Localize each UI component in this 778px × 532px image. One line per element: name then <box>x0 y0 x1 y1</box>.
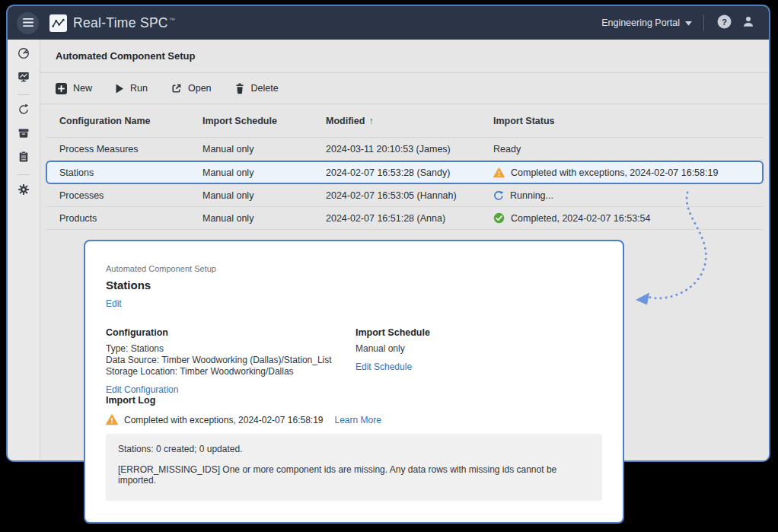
detail-title: Stations <box>106 279 602 291</box>
new-button[interactable]: New <box>56 83 92 94</box>
import-schedule-heading: Import Schedule <box>356 327 430 338</box>
chevron-down-icon <box>685 18 692 28</box>
topbar-divider <box>703 14 704 31</box>
archive-icon <box>17 126 30 143</box>
table-row-products[interactable]: Products Manual only 2024-02-07 16:51:28… <box>46 207 764 230</box>
cell-modified: 2024-02-07 16:53:28 (Sandy) <box>326 167 493 178</box>
cell-configuration-name: Products <box>59 213 202 224</box>
dashboard-icon <box>17 46 30 63</box>
sidebar-divider <box>18 94 30 95</box>
sidebar-item-archive[interactable] <box>16 127 31 142</box>
delete-button[interactable]: Delete <box>234 83 279 94</box>
edit-schedule-link[interactable]: Edit Schedule <box>356 362 412 372</box>
open-external-icon <box>171 83 182 94</box>
learn-more-link[interactable]: Learn More <box>335 415 381 425</box>
toolbar: New Run <box>40 73 769 104</box>
table-row-stations-selected[interactable]: Stations Manual only 2024-02-07 16:53:28… <box>46 161 764 184</box>
cell-import-schedule: Manual only <box>202 167 326 178</box>
cell-configuration-name: Process Measures <box>59 144 202 155</box>
cell-import-status: Running... <box>493 190 764 201</box>
detail-columns: Configuration Type: Stations Data Source… <box>106 327 602 395</box>
import-log-status: Completed with exceptions, 2024-02-07 16… <box>124 415 324 425</box>
screenshot-stage: Real-Time SPC™ Engineering Portal ? <box>0 0 778 532</box>
log-line: [ERROR_MISSING_IDS] One or more componen… <box>118 464 590 486</box>
cell-import-schedule: Manual only <box>202 144 326 155</box>
table-row-process-measures[interactable]: Process Measures Manual only 2024-03-11 … <box>46 138 764 161</box>
portal-selector[interactable]: Engineering Portal <box>601 18 692 28</box>
table-row-processes[interactable]: Processes Manual only 2024-02-07 16:53:0… <box>46 184 764 207</box>
table-header-row: Configuration Name Import Schedule Modif… <box>46 104 764 138</box>
open-button-label: Open <box>188 83 212 94</box>
svg-text:?: ? <box>721 17 726 26</box>
cell-modified: 2024-03-11 20:10:53 (James) <box>326 144 493 155</box>
trademark-symbol: ™ <box>169 17 175 24</box>
app-logo-icon <box>49 14 67 32</box>
new-plus-icon <box>56 83 67 94</box>
config-table: Configuration Name Import Schedule Modif… <box>46 104 764 230</box>
cell-configuration-name: Stations <box>59 167 202 178</box>
sidebar-divider <box>18 174 30 175</box>
cell-import-status: Ready <box>493 144 764 155</box>
cell-modified: 2024-02-07 16:51:28 (Anna) <box>326 213 493 224</box>
open-button[interactable]: Open <box>171 83 212 94</box>
sync-icon <box>17 103 30 119</box>
new-button-label: New <box>73 83 92 94</box>
portal-label: Engineering Portal <box>601 18 680 28</box>
configuration-heading: Configuration <box>106 327 356 338</box>
cell-import-status: Completed, 2024-02-07 16:53:54 <box>493 212 764 224</box>
import-log-status-line: Completed with exceptions, 2024-02-07 16… <box>106 414 602 425</box>
configuration-type: Type: Stations <box>106 343 356 355</box>
cell-modified: 2024-02-07 16:53:05 (Hannah) <box>326 190 493 201</box>
log-line: Stations: 0 created; 0 updated. <box>118 444 590 454</box>
column-header-modified[interactable]: Modified↑ <box>326 116 493 126</box>
running-icon <box>493 190 504 201</box>
configuration-data-source: Data Source: Timber Woodworking (Dallas)… <box>106 355 356 366</box>
hamburger-menu-button[interactable] <box>17 12 39 34</box>
cell-configuration-name: Processes <box>59 190 202 201</box>
warning-icon <box>493 167 505 178</box>
hamburger-icon <box>23 16 33 30</box>
import-schedule-value: Manual only <box>356 343 430 355</box>
configuration-section: Configuration Type: Stations Data Source… <box>106 327 356 395</box>
edit-configuration-link[interactable]: Edit Configuration <box>106 384 178 395</box>
sidebar-item-sync[interactable] <box>16 104 31 119</box>
app-title: Real-Time SPC™ <box>73 15 175 31</box>
import-log-heading: Import Log <box>106 395 602 406</box>
cell-import-schedule: Manual only <box>202 190 326 201</box>
page-title-bar: Automated Component Setup <box>40 40 769 73</box>
column-header-import-schedule[interactable]: Import Schedule <box>202 116 326 126</box>
run-button-label: Run <box>130 83 148 94</box>
topbar-right-group: Engineering Portal ? <box>601 14 757 31</box>
run-button[interactable]: Run <box>115 83 148 94</box>
user-button[interactable] <box>740 14 757 31</box>
run-play-icon <box>115 84 124 94</box>
top-bar: Real-Time SPC™ Engineering Portal ? <box>8 6 769 40</box>
sidebar-item-dashboard[interactable] <box>16 47 31 62</box>
success-check-icon <box>493 212 505 224</box>
warning-icon <box>106 414 118 425</box>
column-header-configuration-name[interactable]: Configuration Name <box>59 116 202 126</box>
cell-import-schedule: Manual only <box>202 213 326 224</box>
edit-link[interactable]: Edit <box>106 298 122 309</box>
settings-gear-icon <box>17 183 30 199</box>
column-header-import-status[interactable]: Import Status <box>493 116 764 126</box>
cell-import-status: Completed with exceptions, 2024-02-07 16… <box>493 167 762 178</box>
detail-breadcrumb: Automated Component Setup <box>106 264 602 273</box>
help-icon: ? <box>717 14 732 32</box>
sidebar-nav <box>8 40 40 462</box>
configuration-storage-location: Storage Location: Timber Woodworking/Dal… <box>106 366 356 377</box>
page-title: Automated Component Setup <box>56 50 195 62</box>
import-log-box: Stations: 0 created; 0 updated. [ERROR_M… <box>106 434 602 501</box>
sort-ascending-icon: ↑ <box>368 116 373 126</box>
sidebar-item-checklist[interactable] <box>16 151 31 166</box>
import-schedule-section: Import Schedule Manual only Edit Schedul… <box>356 327 430 395</box>
delete-button-label: Delete <box>251 83 279 94</box>
user-icon <box>741 14 755 31</box>
sidebar-item-settings[interactable] <box>16 183 31 199</box>
help-button[interactable]: ? <box>716 14 732 31</box>
detail-panel: Automated Component Setup Stations Edit … <box>84 240 624 524</box>
trash-icon <box>234 83 245 94</box>
sidebar-item-charts-monitor[interactable] <box>16 71 31 86</box>
charts-monitor-icon <box>17 70 30 87</box>
clipboard-icon <box>17 150 30 167</box>
